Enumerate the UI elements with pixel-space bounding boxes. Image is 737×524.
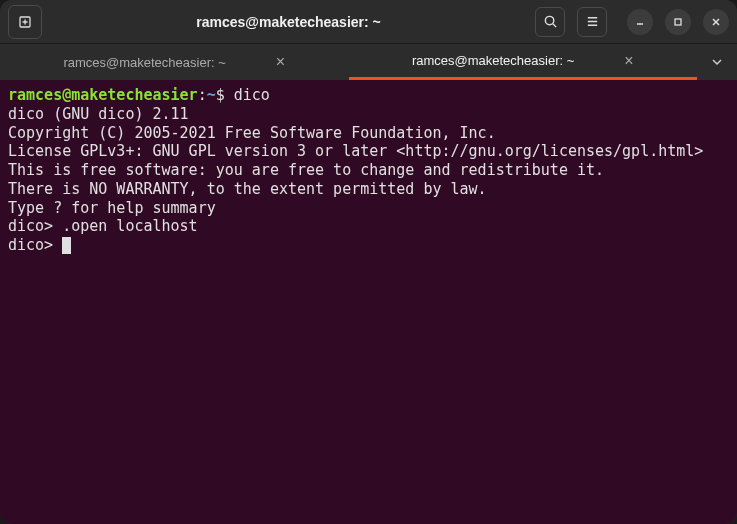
svg-rect-9 xyxy=(675,19,681,25)
maximize-button[interactable] xyxy=(665,9,691,35)
output-line: Type ? for help summary xyxy=(8,199,729,218)
search-button[interactable] xyxy=(535,7,565,37)
minimize-button[interactable] xyxy=(627,9,653,35)
hamburger-icon xyxy=(585,14,600,29)
dico-prompt: dico> xyxy=(8,236,62,254)
prompt-line: ramces@maketecheasier:~$ dico xyxy=(8,86,729,105)
svg-point-3 xyxy=(545,16,553,24)
command-text: dico xyxy=(234,86,270,104)
svg-line-4 xyxy=(552,24,555,27)
tab-label: ramces@maketecheasier: ~ xyxy=(412,53,574,68)
tabbar: ramces@maketecheasier: ~ × ramces@makete… xyxy=(0,44,737,80)
maximize-icon xyxy=(672,16,684,28)
new-tab-icon xyxy=(17,14,33,30)
output-line: There is NO WARRANTY, to the extent perm… xyxy=(8,180,729,199)
terminal-body[interactable]: ramces@maketecheasier:~$ dico dico (GNU … xyxy=(0,80,737,524)
tab-close-button[interactable]: × xyxy=(624,52,633,70)
tab-dropdown-button[interactable] xyxy=(697,44,737,80)
window-title: ramces@maketecheasier: ~ xyxy=(42,14,535,30)
output-line: Copyright (C) 2005-2021 Free Software Fo… xyxy=(8,124,729,143)
terminal-window: ramces@maketecheasier: ~ xyxy=(0,0,737,524)
tab-close-button[interactable]: × xyxy=(276,53,285,71)
titlebar-right xyxy=(535,7,729,37)
search-icon xyxy=(543,14,558,29)
titlebar: ramces@maketecheasier: ~ xyxy=(0,0,737,44)
prompt-user: ramces@maketecheasier xyxy=(8,86,198,104)
tab-label: ramces@maketecheasier: ~ xyxy=(63,55,225,70)
dico-prompt-line: dico> .open localhost xyxy=(8,217,729,236)
output-line: dico (GNU dico) 2.11 xyxy=(8,105,729,124)
prompt-symbol: $ xyxy=(216,86,225,104)
output-line: License GPLv3+: GNU GPL version 3 or lat… xyxy=(8,142,729,161)
dico-prompt-line: dico> xyxy=(8,236,729,255)
close-icon xyxy=(710,16,722,28)
prompt-path: ~ xyxy=(207,86,216,104)
minimize-icon xyxy=(634,16,646,28)
tab-2[interactable]: ramces@maketecheasier: ~ × xyxy=(349,44,698,80)
chevron-down-icon xyxy=(710,55,724,69)
window-controls xyxy=(627,9,729,35)
cursor xyxy=(62,237,71,254)
dico-command: .open localhost xyxy=(62,217,197,235)
dico-prompt: dico> xyxy=(8,217,62,235)
new-tab-button[interactable] xyxy=(8,5,42,39)
tab-1[interactable]: ramces@maketecheasier: ~ × xyxy=(0,44,349,80)
titlebar-left xyxy=(8,5,42,39)
output-line: This is free software: you are free to c… xyxy=(8,161,729,180)
close-button[interactable] xyxy=(703,9,729,35)
menu-button[interactable] xyxy=(577,7,607,37)
